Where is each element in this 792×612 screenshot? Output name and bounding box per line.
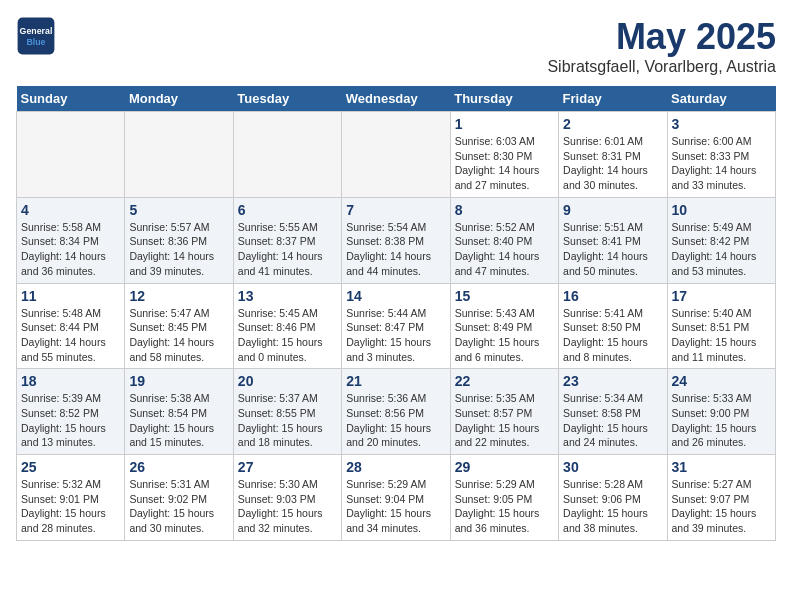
day-number: 27: [238, 459, 337, 475]
day-info: Sunrise: 5:36 AMSunset: 8:56 PMDaylight:…: [346, 391, 445, 450]
calendar-week-4: 18Sunrise: 5:39 AMSunset: 8:52 PMDayligh…: [17, 369, 776, 455]
day-info: Sunrise: 5:35 AMSunset: 8:57 PMDaylight:…: [455, 391, 554, 450]
day-number: 17: [672, 288, 771, 304]
day-info: Sunrise: 5:40 AMSunset: 8:51 PMDaylight:…: [672, 306, 771, 365]
calendar-cell: 26Sunrise: 5:31 AMSunset: 9:02 PMDayligh…: [125, 455, 233, 541]
day-number: 30: [563, 459, 662, 475]
calendar-cell: 28Sunrise: 5:29 AMSunset: 9:04 PMDayligh…: [342, 455, 450, 541]
calendar-cell: 15Sunrise: 5:43 AMSunset: 8:49 PMDayligh…: [450, 283, 558, 369]
day-number: 19: [129, 373, 228, 389]
calendar-cell: 9Sunrise: 5:51 AMSunset: 8:41 PMDaylight…: [559, 197, 667, 283]
day-number: 12: [129, 288, 228, 304]
calendar-cell: 12Sunrise: 5:47 AMSunset: 8:45 PMDayligh…: [125, 283, 233, 369]
day-number: 10: [672, 202, 771, 218]
svg-rect-0: [18, 18, 55, 55]
day-info: Sunrise: 6:01 AMSunset: 8:31 PMDaylight:…: [563, 134, 662, 193]
calendar-week-2: 4Sunrise: 5:58 AMSunset: 8:34 PMDaylight…: [17, 197, 776, 283]
month-title: May 2025: [547, 16, 776, 58]
day-info: Sunrise: 5:47 AMSunset: 8:45 PMDaylight:…: [129, 306, 228, 365]
location-subtitle: Sibratsgfaell, Vorarlberg, Austria: [547, 58, 776, 76]
calendar-cell: 24Sunrise: 5:33 AMSunset: 9:00 PMDayligh…: [667, 369, 775, 455]
day-number: 25: [21, 459, 120, 475]
day-info: Sunrise: 5:54 AMSunset: 8:38 PMDaylight:…: [346, 220, 445, 279]
calendar-cell: 31Sunrise: 5:27 AMSunset: 9:07 PMDayligh…: [667, 455, 775, 541]
title-block: May 2025 Sibratsgfaell, Vorarlberg, Aust…: [547, 16, 776, 76]
calendar-cell: 10Sunrise: 5:49 AMSunset: 8:42 PMDayligh…: [667, 197, 775, 283]
calendar-cell: 23Sunrise: 5:34 AMSunset: 8:58 PMDayligh…: [559, 369, 667, 455]
calendar-cell: 8Sunrise: 5:52 AMSunset: 8:40 PMDaylight…: [450, 197, 558, 283]
day-number: 22: [455, 373, 554, 389]
day-number: 28: [346, 459, 445, 475]
day-info: Sunrise: 5:45 AMSunset: 8:46 PMDaylight:…: [238, 306, 337, 365]
day-number: 7: [346, 202, 445, 218]
day-info: Sunrise: 5:44 AMSunset: 8:47 PMDaylight:…: [346, 306, 445, 365]
day-info: Sunrise: 5:31 AMSunset: 9:02 PMDaylight:…: [129, 477, 228, 536]
day-info: Sunrise: 5:30 AMSunset: 9:03 PMDaylight:…: [238, 477, 337, 536]
day-info: Sunrise: 5:32 AMSunset: 9:01 PMDaylight:…: [21, 477, 120, 536]
weekday-header-saturday: Saturday: [667, 86, 775, 112]
calendar-cell: 16Sunrise: 5:41 AMSunset: 8:50 PMDayligh…: [559, 283, 667, 369]
day-number: 2: [563, 116, 662, 132]
day-info: Sunrise: 5:37 AMSunset: 8:55 PMDaylight:…: [238, 391, 337, 450]
day-info: Sunrise: 5:27 AMSunset: 9:07 PMDaylight:…: [672, 477, 771, 536]
day-number: 14: [346, 288, 445, 304]
day-number: 20: [238, 373, 337, 389]
svg-text:General: General: [20, 26, 53, 36]
weekday-header-row: SundayMondayTuesdayWednesdayThursdayFrid…: [17, 86, 776, 112]
calendar-cell: 22Sunrise: 5:35 AMSunset: 8:57 PMDayligh…: [450, 369, 558, 455]
day-number: 15: [455, 288, 554, 304]
calendar-cell: [342, 112, 450, 198]
day-number: 3: [672, 116, 771, 132]
weekday-header-tuesday: Tuesday: [233, 86, 341, 112]
day-number: 1: [455, 116, 554, 132]
calendar-week-3: 11Sunrise: 5:48 AMSunset: 8:44 PMDayligh…: [17, 283, 776, 369]
day-number: 18: [21, 373, 120, 389]
calendar-cell: 4Sunrise: 5:58 AMSunset: 8:34 PMDaylight…: [17, 197, 125, 283]
day-info: Sunrise: 5:58 AMSunset: 8:34 PMDaylight:…: [21, 220, 120, 279]
day-info: Sunrise: 5:55 AMSunset: 8:37 PMDaylight:…: [238, 220, 337, 279]
day-number: 9: [563, 202, 662, 218]
day-number: 13: [238, 288, 337, 304]
calendar-cell: [125, 112, 233, 198]
day-info: Sunrise: 5:29 AMSunset: 9:04 PMDaylight:…: [346, 477, 445, 536]
day-info: Sunrise: 5:41 AMSunset: 8:50 PMDaylight:…: [563, 306, 662, 365]
calendar-cell: 29Sunrise: 5:29 AMSunset: 9:05 PMDayligh…: [450, 455, 558, 541]
calendar-week-5: 25Sunrise: 5:32 AMSunset: 9:01 PMDayligh…: [17, 455, 776, 541]
day-number: 24: [672, 373, 771, 389]
calendar-table: SundayMondayTuesdayWednesdayThursdayFrid…: [16, 86, 776, 541]
calendar-cell: 20Sunrise: 5:37 AMSunset: 8:55 PMDayligh…: [233, 369, 341, 455]
day-info: Sunrise: 5:43 AMSunset: 8:49 PMDaylight:…: [455, 306, 554, 365]
calendar-cell: [17, 112, 125, 198]
calendar-cell: 1Sunrise: 6:03 AMSunset: 8:30 PMDaylight…: [450, 112, 558, 198]
calendar-cell: 14Sunrise: 5:44 AMSunset: 8:47 PMDayligh…: [342, 283, 450, 369]
weekday-header-thursday: Thursday: [450, 86, 558, 112]
calendar-cell: 3Sunrise: 6:00 AMSunset: 8:33 PMDaylight…: [667, 112, 775, 198]
calendar-cell: [233, 112, 341, 198]
calendar-week-1: 1Sunrise: 6:03 AMSunset: 8:30 PMDaylight…: [17, 112, 776, 198]
calendar-cell: 11Sunrise: 5:48 AMSunset: 8:44 PMDayligh…: [17, 283, 125, 369]
day-info: Sunrise: 5:28 AMSunset: 9:06 PMDaylight:…: [563, 477, 662, 536]
calendar-cell: 25Sunrise: 5:32 AMSunset: 9:01 PMDayligh…: [17, 455, 125, 541]
day-info: Sunrise: 5:57 AMSunset: 8:36 PMDaylight:…: [129, 220, 228, 279]
day-info: Sunrise: 6:03 AMSunset: 8:30 PMDaylight:…: [455, 134, 554, 193]
calendar-cell: 27Sunrise: 5:30 AMSunset: 9:03 PMDayligh…: [233, 455, 341, 541]
day-number: 21: [346, 373, 445, 389]
day-number: 5: [129, 202, 228, 218]
day-info: Sunrise: 5:49 AMSunset: 8:42 PMDaylight:…: [672, 220, 771, 279]
calendar-cell: 17Sunrise: 5:40 AMSunset: 8:51 PMDayligh…: [667, 283, 775, 369]
calendar-cell: 5Sunrise: 5:57 AMSunset: 8:36 PMDaylight…: [125, 197, 233, 283]
day-number: 11: [21, 288, 120, 304]
svg-text:Blue: Blue: [26, 37, 45, 47]
day-number: 31: [672, 459, 771, 475]
day-info: Sunrise: 5:51 AMSunset: 8:41 PMDaylight:…: [563, 220, 662, 279]
weekday-header-monday: Monday: [125, 86, 233, 112]
weekday-header-friday: Friday: [559, 86, 667, 112]
day-info: Sunrise: 5:29 AMSunset: 9:05 PMDaylight:…: [455, 477, 554, 536]
calendar-cell: 2Sunrise: 6:01 AMSunset: 8:31 PMDaylight…: [559, 112, 667, 198]
calendar-cell: 6Sunrise: 5:55 AMSunset: 8:37 PMDaylight…: [233, 197, 341, 283]
weekday-header-sunday: Sunday: [17, 86, 125, 112]
day-number: 29: [455, 459, 554, 475]
calendar-cell: 21Sunrise: 5:36 AMSunset: 8:56 PMDayligh…: [342, 369, 450, 455]
weekday-header-wednesday: Wednesday: [342, 86, 450, 112]
day-info: Sunrise: 6:00 AMSunset: 8:33 PMDaylight:…: [672, 134, 771, 193]
